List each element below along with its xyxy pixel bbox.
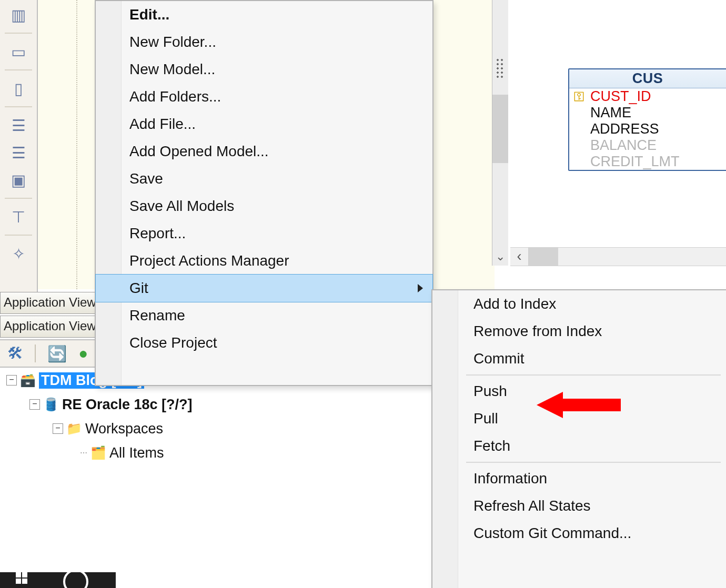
folder-icon: 📁 [66,421,82,436]
folder-icon: 🗂️ [90,445,106,460]
tool-button[interactable]: ✧ [6,242,31,265]
menu-item-refresh-all-states[interactable]: Refresh All States [432,492,726,520]
tree-node[interactable]: − 🛢️ RE Oracle 18c [?/?] [0,392,431,417]
scrollbar-track[interactable] [529,248,726,266]
left-toolbar: ▥ ▭ ▯ ☰ ☰ ▣ ⊤ ✧ [0,0,38,292]
entity-field: ⚿ CUST_ID [569,88,726,105]
separator [5,33,32,34]
menu-item-add-file[interactable]: Add File... [96,110,432,138]
svg-rect-3 [16,579,21,584]
submenu-arrow-icon [418,284,423,292]
menu-item-project-actions-manager[interactable]: Project Actions Manager [96,247,432,275]
entity-field-label: NAME [590,105,631,121]
tree-node-label: All Items [109,445,164,461]
collapse-icon[interactable]: − [29,399,40,410]
menu-item-new-folder[interactable]: New Folder... [96,28,432,56]
entity-title: CUS [569,69,726,88]
menu-item-close-project[interactable]: Close Project [96,329,432,357]
chevron-down-icon[interactable]: ⌄ [492,250,508,263]
menu-item-fetch[interactable]: Fetch [432,432,726,460]
tree-node[interactable]: − 📁 Workspaces [0,417,431,441]
windows-start-icon[interactable] [16,572,28,585]
tool-button[interactable]: ▭ [6,40,31,63]
menu-item-report[interactable]: Report... [96,220,432,247]
menu-item-add-to-index[interactable]: Add to Index [432,290,726,318]
entity-field: CREDIT_LMT [569,154,726,170]
tool-button[interactable]: ☰ [6,114,31,137]
tool-button[interactable]: ☰ [6,141,31,164]
menu-item-remove-from-index[interactable]: Remove from Index [432,318,726,345]
separator [466,374,721,376]
vertical-scrollbar[interactable]: ⌄ [492,0,509,266]
splitter-grip-icon[interactable] [495,57,505,80]
tab-application-view[interactable]: Application View [0,292,99,314]
project-icon: 🗃️ [20,373,36,388]
tool-button[interactable]: ▣ [6,168,31,191]
entity-field-label: BALANCE [590,137,657,154]
refresh-icon[interactable]: 🔄 [47,344,67,363]
entity-field-label: ADDRESS [590,121,659,137]
separator [5,106,32,107]
tool-button[interactable]: ▯ [6,77,31,100]
svg-rect-4 [22,579,27,584]
tab-application-view[interactable]: Application View [0,316,99,338]
context-menu: Edit... New Folder... New Model... Add F… [95,0,433,386]
entity-field-label: CUST_ID [590,88,651,105]
entity-field: ADDRESS [569,121,726,137]
menu-item-edit[interactable]: Edit... [96,1,432,28]
entity-field: BALANCE [569,137,726,154]
menu-item-new-model[interactable]: New Model... [96,56,432,83]
menu-item-add-opened-model[interactable]: Add Opened Model... [96,138,432,165]
entity-field-label: CREDIT_LMT [590,154,680,170]
separator [5,69,32,70]
menu-item-commit[interactable]: Commit [432,345,726,372]
tool-button[interactable]: ⊤ [6,205,31,228]
horizontal-scrollbar[interactable]: ‹ [510,247,726,266]
entity-field: NAME [569,105,726,121]
menu-item-rename[interactable]: Rename [96,302,432,329]
chevron-left-icon[interactable]: ‹ [510,248,529,266]
cortana-search-icon[interactable] [63,569,88,588]
menu-item-add-folders[interactable]: Add Folders... [96,83,432,110]
taskbar [0,572,116,588]
tree-node-label: RE Oracle 18c [?/?] [62,397,193,413]
collapse-icon[interactable]: − [6,375,17,386]
svg-rect-1 [16,572,21,577]
menu-item-save[interactable]: Save [96,165,432,192]
svg-rect-2 [22,572,27,577]
tree-node[interactable]: ⋯ 🗂️ All Items [0,441,431,465]
menu-item-information[interactable]: Information [432,465,726,492]
database-icon: 🛢️ [43,397,59,412]
separator [5,235,32,236]
menu-item-save-all-models[interactable]: Save All Models [96,192,432,220]
separator [5,198,32,199]
menu-item-custom-git-command[interactable]: Custom Git Command... [432,520,726,547]
tree-connector-icon: ⋯ [79,449,87,457]
tool-icon[interactable]: ● [78,344,88,362]
scrollbar-thumb[interactable] [529,248,558,266]
tree-node-label: Workspaces [85,421,163,437]
menu-item-push[interactable]: Push [432,378,726,405]
collapse-icon[interactable]: − [53,423,63,434]
tool-icon[interactable]: 🛠 [7,344,23,362]
entity-box[interactable]: CUS ⚿ CUST_ID NAME ADDRESS BALANCE CREDI… [568,68,726,171]
context-menu-git: Add to Index Remove from Index Commit Pu… [431,289,726,588]
scrollbar-thumb[interactable] [492,95,508,163]
menu-item-git[interactable]: Git [95,274,433,302]
tool-button[interactable]: ▥ [6,3,31,26]
primary-key-icon: ⚿ [573,90,587,104]
separator [35,344,36,362]
separator [466,462,721,463]
menu-item-pull[interactable]: Pull [432,405,726,432]
